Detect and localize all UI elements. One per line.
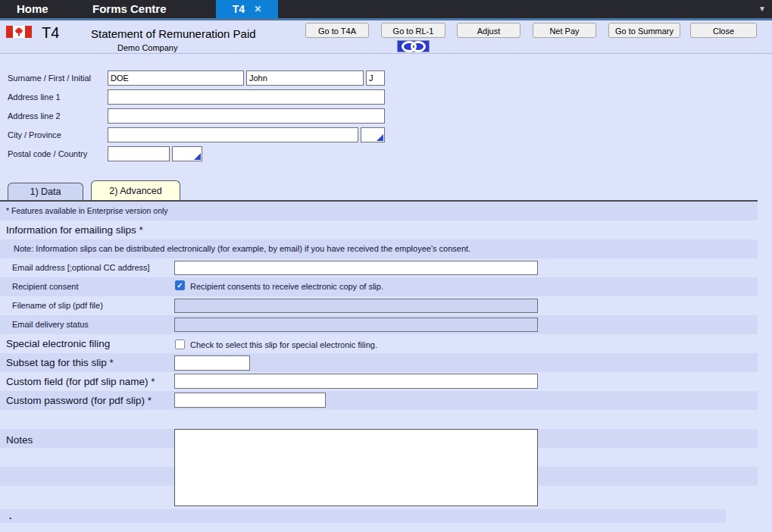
address2-field[interactable] bbox=[108, 108, 385, 124]
form-header: T4 Statement of Remuneration Paid Demo C… bbox=[0, 20, 772, 54]
chevron-down-icon[interactable]: ▼ bbox=[758, 0, 766, 18]
province-dropdown[interactable] bbox=[361, 127, 385, 142]
close-button[interactable]: Close bbox=[690, 23, 757, 38]
go-to-summary-button[interactable]: Go to Summary bbox=[608, 23, 680, 38]
country-dropdown[interactable] bbox=[172, 146, 202, 161]
city-field[interactable] bbox=[108, 127, 358, 142]
enterprise-note: * Features available in Enterprise versi… bbox=[6, 206, 168, 215]
go-to-t4a-button[interactable]: Go to T4A bbox=[305, 23, 369, 38]
tab-data[interactable]: 1) Data bbox=[8, 183, 83, 200]
link-ring-icon bbox=[411, 41, 426, 52]
company-name: Demo Company bbox=[117, 43, 177, 52]
notes-label: Notes bbox=[6, 434, 33, 446]
delivery-status-label: Email delivery status bbox=[12, 320, 89, 329]
address1-field[interactable] bbox=[108, 89, 385, 105]
linked-slip-icon[interactable] bbox=[397, 40, 430, 52]
notes-textarea[interactable] bbox=[174, 429, 538, 506]
dropdown-corner-icon bbox=[194, 153, 201, 160]
tab-home[interactable]: Home bbox=[17, 0, 48, 18]
email-section-heading: Information for emailing slips * bbox=[6, 224, 143, 236]
initial-field[interactable] bbox=[366, 70, 385, 86]
filename-label: Filename of slip (pdf file) bbox=[12, 301, 103, 310]
net-pay-button[interactable]: Net Pay bbox=[533, 23, 596, 38]
form-code: T4 bbox=[42, 24, 59, 42]
custom-field-label: Custom field (for pdf slip name) * bbox=[6, 376, 155, 387]
subset-tag-field[interactable] bbox=[174, 355, 250, 371]
tab-t4[interactable]: T4 ✕ bbox=[216, 0, 278, 18]
recipient-consent-checkbox[interactable]: ✓ bbox=[175, 280, 185, 290]
special-filing-text: Check to select this slip for special el… bbox=[190, 340, 377, 349]
adjust-button[interactable]: Adjust bbox=[457, 23, 520, 38]
row-shade bbox=[0, 353, 758, 372]
email-section-note: Note: Information slips can be distribut… bbox=[14, 244, 470, 253]
t4-slip-window: Home Forms Centre T4 ✕ ▼ T4 Statement of… bbox=[0, 0, 772, 532]
special-filing-label: Special electronic filing bbox=[6, 338, 110, 349]
first-name-field[interactable] bbox=[246, 70, 364, 86]
email-address-field[interactable] bbox=[174, 261, 538, 275]
custom-password-field[interactable] bbox=[174, 393, 326, 408]
postal-code-field[interactable] bbox=[108, 146, 170, 161]
go-to-rl1-button[interactable]: Go to RL-1 bbox=[381, 23, 445, 38]
surname-field[interactable] bbox=[108, 70, 244, 86]
address2-label: Address line 2 bbox=[8, 111, 61, 120]
email-address-label: Email address [;optional CC address] bbox=[12, 263, 150, 272]
subset-tag-label: Subset tag for this slip * bbox=[6, 357, 114, 368]
address1-label: Address line 1 bbox=[8, 92, 61, 102]
tab-advanced[interactable]: 2) Advanced bbox=[91, 180, 180, 200]
recipient-consent-text: Recipient consents to receive electronic… bbox=[190, 282, 383, 291]
custom-field-input[interactable] bbox=[174, 374, 538, 389]
special-filing-checkbox[interactable] bbox=[175, 340, 185, 349]
custom-password-label: Custom password (for pdf slip) * bbox=[6, 395, 152, 406]
tab-t4-label: T4 bbox=[233, 3, 245, 15]
recipient-consent-label: Recipient consent bbox=[12, 282, 78, 291]
app-tab-bar: Home Forms Centre T4 ✕ ▼ bbox=[0, 0, 772, 20]
page-title: Statement of Remuneration Paid bbox=[91, 27, 256, 40]
canada-flag-icon bbox=[6, 25, 32, 42]
name-row-label: Surname / First / Initial bbox=[8, 74, 91, 83]
postal-country-label: Postal code / Country bbox=[8, 149, 87, 158]
tab-forms-centre[interactable]: Forms Centre bbox=[92, 0, 167, 18]
dropdown-corner-icon bbox=[377, 134, 383, 141]
filename-field bbox=[174, 299, 538, 313]
footer-dot: . bbox=[9, 511, 11, 521]
city-province-label: City / Province bbox=[8, 130, 61, 139]
footer-row-shade bbox=[0, 509, 726, 523]
delivery-status-field bbox=[174, 318, 538, 332]
close-icon[interactable]: ✕ bbox=[254, 0, 261, 18]
